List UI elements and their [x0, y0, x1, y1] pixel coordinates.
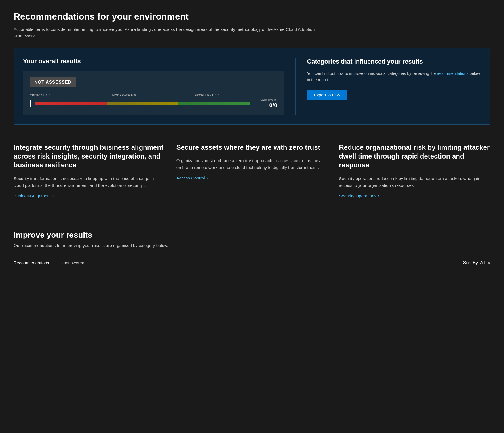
- export-csv-button[interactable]: Export to CSV: [307, 90, 347, 100]
- pillar-security-operations-description: Security operations reduce risk by limit…: [339, 175, 490, 189]
- score-pointer: [30, 100, 31, 107]
- tabs-left: Recommendations Unanswered: [14, 257, 90, 269]
- pillars-section: Integrate security through business alig…: [14, 138, 490, 201]
- pillar-business-alignment-description: Security transformation is necessary to …: [14, 175, 165, 189]
- recommendations-link[interactable]: recommendations: [437, 71, 468, 76]
- bar-labels-row: CRITICAL 0-0 MODERATE 0-0 EXCELLENT 0-0: [30, 94, 277, 97]
- bar-segment-excellent: [178, 102, 250, 105]
- results-title: Your overall results: [23, 58, 284, 65]
- not-assessed-badge: NOT ASSESSED: [30, 77, 76, 87]
- categories-description: You can find out how to improve on indiv…: [307, 70, 481, 83]
- sort-by-chevron-icon: ∨: [488, 261, 490, 265]
- business-alignment-chevron-icon: ›: [52, 194, 54, 198]
- categories-panel: Categories that influenced your results …: [295, 58, 481, 115]
- excellent-label: EXCELLENT 0-0: [195, 94, 277, 97]
- tab-unanswered[interactable]: Unanswered: [55, 257, 90, 269]
- categories-desc-before: You can find out how to improve on indiv…: [307, 71, 437, 76]
- pillar-business-alignment: Integrate security through business alig…: [14, 141, 165, 201]
- pillar-zero-trust-link-text: Access Control: [176, 176, 205, 180]
- pillar-security-operations-heading: Reduce organizational risk by limiting a…: [339, 143, 490, 170]
- pillar-zero-trust-description: Organizations must embrace a zero-trust …: [176, 157, 328, 171]
- pillar-business-alignment-link-text: Business Alignment: [14, 193, 51, 198]
- pillar-security-operations: Reduce organizational risk by limiting a…: [339, 141, 490, 201]
- access-control-chevron-icon: ›: [207, 176, 208, 180]
- results-left-panel: Your overall results NOT ASSESSED CRITIC…: [23, 58, 284, 115]
- sort-by-label: Sort By: All: [463, 260, 485, 265]
- moderate-label: MODERATE 0-0: [112, 94, 195, 97]
- security-operations-chevron-icon: ›: [378, 194, 379, 198]
- overall-results-card: Your overall results NOT ASSESSED CRITIC…: [14, 48, 490, 125]
- pillar-security-operations-link[interactable]: Security Operations ›: [339, 193, 379, 198]
- score-box: NOT ASSESSED CRITICAL 0-0 MODERATE 0-0 E…: [23, 71, 284, 115]
- tab-recommendations[interactable]: Recommendations: [14, 257, 55, 269]
- bar-segment-critical: [35, 102, 107, 105]
- page-subtitle: Actionable items to consider implementin…: [14, 26, 326, 39]
- pillar-business-alignment-heading: Integrate security through business alig…: [14, 143, 165, 170]
- tabs-container: Recommendations Unanswered Sort By: All …: [14, 257, 490, 269]
- critical-label: CRITICAL 0-0: [30, 94, 112, 97]
- pillar-zero-trust: Secure assets where they are with zero t…: [176, 141, 328, 201]
- categories-title: Categories that influenced your results: [307, 58, 481, 66]
- page-title: Recommendations for your environment: [14, 11, 490, 22]
- pillar-security-operations-link-text: Security Operations: [339, 193, 376, 198]
- score-result: Your result: 0/0: [254, 98, 277, 109]
- improve-results-subtitle: Our recommendations for improving your r…: [14, 243, 490, 248]
- improve-results-title: Improve your results: [14, 231, 490, 240]
- sort-by-dropdown[interactable]: Sort By: All ∨: [463, 260, 490, 265]
- score-result-value: 0/0: [269, 102, 277, 109]
- pillar-business-alignment-link[interactable]: Business Alignment ›: [14, 193, 54, 198]
- pillar-zero-trust-heading: Secure assets where they are with zero t…: [176, 143, 328, 152]
- score-bar-track: [35, 102, 250, 105]
- pillar-zero-trust-link[interactable]: Access Control ›: [176, 176, 208, 180]
- score-bar-container: Your result: 0/0: [30, 98, 277, 109]
- score-result-label: Your result:: [260, 98, 277, 102]
- bar-segment-moderate: [107, 102, 178, 105]
- improve-results-section: Improve your results Our recommendations…: [14, 219, 490, 269]
